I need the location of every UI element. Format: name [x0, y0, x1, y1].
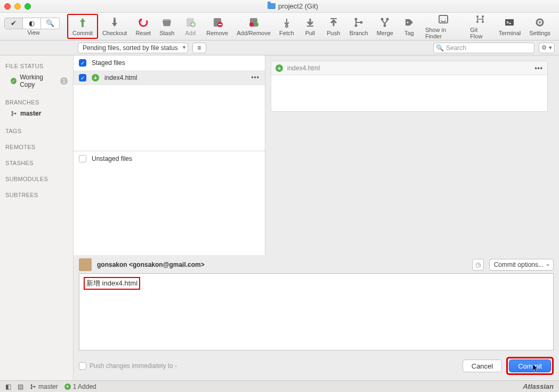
commit-icon [75, 17, 90, 28]
push-icon [326, 17, 341, 28]
fetch-icon [279, 17, 294, 28]
svg-point-27 [539, 21, 541, 23]
sidebar-section-filestatus: FILE STATUS [0, 60, 73, 71]
sidebar-section-branches: BRANCHES [0, 96, 73, 108]
svg-point-24 [482, 21, 484, 23]
fetch-button[interactable]: Fetch [275, 15, 298, 38]
file-filter-dropdown[interactable]: Pending files, sorted by file status [78, 43, 188, 53]
file-checkbox[interactable]: ✓ [79, 74, 86, 81]
sidebar-item-master[interactable]: master [0, 108, 73, 119]
checkbox-icon [79, 362, 86, 370]
gear-icon [532, 17, 547, 28]
added-file-icon: + [92, 74, 99, 81]
window-title: project2 (Git) [278, 2, 318, 10]
close-window-icon[interactable] [4, 3, 11, 10]
svg-point-1 [114, 18, 116, 20]
search-input[interactable]: 🔍 Search [433, 43, 534, 53]
pull-icon [303, 17, 318, 28]
minimize-window-icon[interactable] [14, 3, 21, 10]
addremove-icon [246, 17, 261, 28]
staged-file-name: index4.html [104, 74, 137, 81]
commit-button[interactable]: Commit [67, 14, 98, 39]
gitflow-button[interactable]: Git Flow [466, 12, 495, 41]
panel-toggle-icon[interactable]: ▤ [18, 383, 23, 390]
staged-header: ✓ Staged files [74, 55, 265, 70]
svg-point-0 [82, 25, 84, 27]
stash-button[interactable]: Stash [155, 15, 179, 38]
sidebar-toggle-icon[interactable]: ◧ [5, 383, 11, 390]
commit-message-input[interactable]: 新增 index4.html [79, 273, 554, 350]
view-options-dropdown[interactable]: ⚙ ▾ [539, 43, 555, 53]
push-immediately-checkbox[interactable]: Push changes immediately to - [79, 362, 177, 370]
zoom-window-icon[interactable] [25, 3, 31, 10]
svg-rect-25 [505, 19, 514, 26]
added-file-icon: + [276, 64, 283, 72]
view-search-icon[interactable]: 🔍 [41, 18, 59, 29]
svg-point-19 [407, 22, 408, 23]
addremove-button[interactable]: Add/Remove [232, 15, 275, 38]
search-icon: 🔍 [436, 44, 444, 52]
view-commit-icon[interactable]: ✔ [5, 18, 23, 29]
unstaged-checkbox-all[interactable] [79, 155, 86, 162]
view-segmented[interactable]: ✔ ◐ 🔍 [4, 18, 60, 29]
settings-button[interactable]: Settings [525, 15, 555, 38]
status-branch[interactable]: master [38, 383, 58, 390]
show-in-finder-button[interactable]: Show in Finder [421, 12, 466, 41]
working-copy-badge: 1 [60, 77, 68, 85]
gitflow-icon [473, 13, 488, 25]
commit-area: gonsakon <gonsakon@gmail.com> ◷ Commit o… [74, 255, 559, 380]
cancel-button[interactable]: Cancel [463, 360, 502, 372]
merge-button[interactable]: Merge [372, 15, 398, 38]
svg-point-17 [386, 18, 389, 21]
file-actions-icon[interactable]: ••• [251, 74, 260, 81]
commit-confirm-button[interactable]: Commit [509, 360, 551, 372]
staged-file-row[interactable]: ✓ + index4.html ••• [74, 70, 265, 85]
diff-actions-icon[interactable]: ••• [534, 64, 543, 72]
svg-point-23 [482, 15, 484, 18]
pull-button[interactable]: Pull [298, 15, 322, 38]
stash-icon [159, 17, 174, 28]
unstaged-header: Unstaged files [74, 151, 265, 166]
svg-rect-11 [307, 26, 313, 27]
checkout-button[interactable]: Checkout [98, 15, 131, 38]
svg-point-2 [140, 19, 147, 26]
add-button[interactable]: Add [179, 15, 202, 38]
sidebar-item-working-copy[interactable]: ✓ Working Copy 1 [0, 71, 73, 91]
view-history-icon[interactable]: ◐ [23, 18, 41, 29]
sidebar-section-tags[interactable]: TAGS [0, 125, 73, 136]
commit-options-dropdown[interactable]: Commit options... [489, 259, 554, 271]
svg-point-14 [355, 24, 358, 27]
brand-label: Atlassian [523, 382, 554, 390]
remove-button[interactable]: Remove [202, 15, 232, 38]
sidebar: FILE STATUS ✓ Working Copy 1 BRANCHES ma… [0, 55, 74, 380]
list-view-toggle[interactable]: ≡ [192, 43, 206, 53]
push-button[interactable]: Push [322, 15, 345, 38]
sidebar-section-remotes[interactable]: REMOTES [0, 141, 73, 152]
commit-message-text: 新增 index4.html [84, 277, 140, 290]
svg-point-8 [249, 22, 254, 27]
filterbar: Pending files, sorted by file status ≡ 🔍… [0, 40, 559, 55]
history-button[interactable]: ◷ [472, 259, 484, 271]
remove-icon [210, 17, 225, 28]
branch-icon [351, 17, 366, 28]
statusbar: ◧ ▤ master + 1 Added Atlassian [0, 380, 559, 392]
reset-icon [136, 17, 151, 28]
sidebar-section-subtrees[interactable]: SUBTREES [0, 189, 73, 200]
diff-file-name: index4.html [287, 64, 320, 72]
sidebar-section-submodules[interactable]: SUBMODULES [0, 173, 73, 184]
svg-point-22 [476, 21, 479, 23]
branch-button[interactable]: Branch [345, 15, 372, 38]
diff-panel: + index4.html ••• [271, 61, 548, 112]
tag-button[interactable]: Tag [398, 15, 421, 38]
view-label: View [27, 29, 40, 36]
sidebar-section-stashes[interactable]: STASHES [0, 157, 73, 168]
svg-point-21 [476, 15, 479, 18]
reset-button[interactable]: Reset [131, 15, 155, 38]
finder-icon [436, 13, 451, 25]
window-controls [4, 3, 31, 10]
check-circle-icon: ✓ [11, 78, 17, 84]
status-added: 1 Added [73, 383, 96, 390]
staged-checkbox-all[interactable]: ✓ [79, 59, 86, 67]
cursor-icon [533, 364, 539, 373]
terminal-button[interactable]: Terminal [495, 15, 525, 38]
